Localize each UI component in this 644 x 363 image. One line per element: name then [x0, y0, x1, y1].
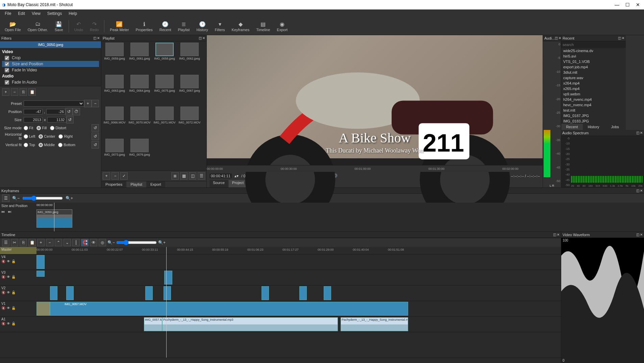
playlist-item[interactable]: IMG_0062.jpeg: [178, 43, 201, 73]
recent-item[interactable]: vp9.webm: [561, 91, 626, 97]
lock-icon[interactable]: 🔓: [11, 259, 16, 263]
playlist-item[interactable]: IMG_0067.jpeg: [178, 75, 201, 106]
keyframes-track-area[interactable]: Size and Position ⏮ ⏭ 00:00:00:00 IMG_00…: [0, 203, 644, 231]
hfit-option[interactable]: Center: [39, 134, 55, 139]
track-head-v1[interactable]: V1🔇👁🔓: [0, 301, 36, 317]
size-mode-option[interactable]: Distort: [50, 126, 66, 130]
hfit-option[interactable]: Left: [24, 134, 35, 139]
recent-search-input[interactable]: [562, 42, 625, 47]
panel-close-icon[interactable]: ✕: [640, 189, 643, 192]
tab-playlist[interactable]: Playlist: [126, 181, 146, 187]
kf-next-button[interactable]: ⏭: [8, 210, 11, 213]
hfit-radio[interactable]: [58, 134, 63, 139]
panel-close-icon[interactable]: ✕: [97, 36, 100, 40]
playlist-item[interactable]: IMG_0064.jpeg: [128, 75, 151, 106]
vfit-radio[interactable]: [24, 143, 28, 147]
playlist-add-button[interactable]: +: [103, 172, 110, 180]
recent-item[interactable]: hiri5.avi: [561, 53, 626, 59]
track-head-v4[interactable]: V4🔇👁🔓: [0, 254, 36, 270]
filter-enable-checkbox[interactable]: [5, 68, 9, 72]
panel-close-icon[interactable]: ✕: [640, 233, 643, 236]
playlist-item[interactable]: IMG_0076.jpeg: [128, 139, 151, 169]
track-head-master[interactable]: Master: [0, 247, 36, 254]
recent-item[interactable]: wide25-cinema.dv: [561, 48, 626, 53]
remove-filter-button[interactable]: −: [11, 88, 18, 96]
filter-item[interactable]: Crop: [2, 55, 99, 61]
timeline-clip[interactable]: [36, 255, 45, 269]
track-head-v2[interactable]: V2🔇👁🔓: [0, 286, 36, 301]
filter-enable-checkbox[interactable]: [5, 56, 9, 60]
tl-paste-button[interactable]: 📋: [28, 239, 36, 246]
mute-icon[interactable]: 🔇: [1, 275, 5, 279]
tl-overwrite-button[interactable]: ⌄: [64, 239, 71, 246]
playlist-item[interactable]: IMG_0072.MOV: [178, 107, 201, 137]
playlist-item[interactable]: IMG_0066.MOV: [103, 107, 126, 137]
playlist-item[interactable]: IMG_0058.jpeg: [153, 43, 176, 73]
playlist-item[interactable]: IMG_0059.jpeg: [103, 43, 126, 73]
filters-button[interactable]: ▾Filters: [212, 20, 228, 32]
vfit-option[interactable]: Bottom: [58, 143, 75, 147]
vfit-reset-button[interactable]: ↺: [92, 141, 99, 149]
recent-item[interactable]: h264_nvenc.mp4: [561, 97, 626, 102]
panel-popout-icon[interactable]: ◫: [555, 36, 558, 40]
preview-ruler[interactable]: 00:00:00:0000:00:30:0000:01:00:0000:01:3…: [207, 165, 543, 172]
lock-icon[interactable]: 🔓: [11, 291, 16, 294]
properties-button[interactable]: ℹProperties: [133, 20, 155, 32]
zoom-in-icon[interactable]: 🔍+: [158, 240, 166, 245]
tl-cut-button[interactable]: ✂: [11, 239, 18, 246]
panel-popout-icon[interactable]: ◫: [553, 233, 556, 236]
preset-add-button[interactable]: +: [84, 100, 92, 107]
hfit-option[interactable]: Right: [58, 134, 73, 139]
preset-remove-button[interactable]: −: [92, 100, 99, 107]
size-mode-radio[interactable]: [24, 126, 28, 130]
size-w-input[interactable]: [24, 117, 43, 122]
timeline-clip[interactable]: Pachyderm_-_13_-_Happy_Song_instrumental…: [162, 317, 338, 331]
menu-view[interactable]: View: [28, 10, 44, 17]
recent-item[interactable]: IMG_0183.JPG: [561, 118, 626, 124]
vfit-radio[interactable]: [58, 143, 63, 147]
kf-menu-button[interactable]: ☰: [2, 195, 9, 202]
copy-filter-button[interactable]: ⎘: [20, 88, 27, 96]
timeline-tracks-area[interactable]: 00:00:00:0000:00:11:0300:00:22:0700:00:3…: [36, 247, 561, 358]
recent-item[interactable]: capture.wav: [561, 75, 626, 81]
playlist-item[interactable]: IMG_0063.jpeg: [103, 75, 126, 106]
playlist-menu-button[interactable]: ☰: [198, 172, 205, 180]
recent-item[interactable]: hevc_nvenc.mp4: [561, 102, 626, 108]
panel-close-icon[interactable]: ✕: [557, 233, 560, 236]
panel-popout-icon[interactable]: ◫: [636, 131, 639, 135]
recent-item[interactable]: 3dlut.mlt: [561, 70, 626, 75]
timeline-clip[interactable]: IMG_0057.MOV: [50, 302, 408, 316]
filter-item[interactable]: Fade In Audio: [2, 79, 99, 85]
lock-icon[interactable]: 🔓: [11, 306, 16, 310]
recent-item[interactable]: VTS_01_1.VOB: [561, 59, 626, 64]
playlist-item[interactable]: IMG_0073.jpeg: [103, 139, 126, 169]
size-h-input[interactable]: [47, 117, 66, 122]
kf-playhead[interactable]: [54, 203, 54, 231]
size-mode-radio[interactable]: [50, 126, 54, 130]
timeline-clip[interactable]: [324, 286, 331, 300]
open-file-button[interactable]: 📂Open File: [2, 20, 24, 32]
preview-viewport[interactable]: 211 A Bike Show This Ducati by Michael W…: [207, 35, 543, 158]
playlist-item[interactable]: IMG_0070.MOV: [128, 107, 151, 137]
menu-settings[interactable]: Settings: [44, 10, 65, 17]
size-mode-option[interactable]: Fit: [24, 126, 33, 130]
preset-combo[interactable]: [24, 100, 84, 107]
timeline-clip[interactable]: [50, 286, 57, 300]
position-y-input[interactable]: [46, 109, 65, 114]
minimize-button[interactable]: —: [615, 2, 619, 7]
tl-menu-button[interactable]: ☰: [2, 239, 9, 246]
tl-remove-button[interactable]: −: [46, 239, 53, 246]
tab-export[interactable]: Export: [146, 181, 165, 187]
panel-popout-icon[interactable]: ◫: [636, 233, 639, 236]
mute-icon[interactable]: 🔇: [1, 306, 5, 310]
hfit-reset-button[interactable]: ↺: [92, 133, 99, 140]
timeline-clip[interactable]: [299, 286, 307, 300]
lock-icon[interactable]: 🔓: [11, 275, 16, 279]
tl-append-button[interactable]: +: [37, 239, 45, 246]
zoom-out-icon[interactable]: 🔍−: [12, 196, 20, 201]
position-reset-button[interactable]: ↺: [65, 108, 73, 115]
close-button[interactable]: ✕: [636, 2, 640, 7]
position-keyframe-button[interactable]: ⏱: [73, 108, 80, 115]
tl-zoom-slider[interactable]: [116, 240, 157, 245]
recent-item[interactable]: IMG_0187.JPG: [561, 113, 626, 118]
